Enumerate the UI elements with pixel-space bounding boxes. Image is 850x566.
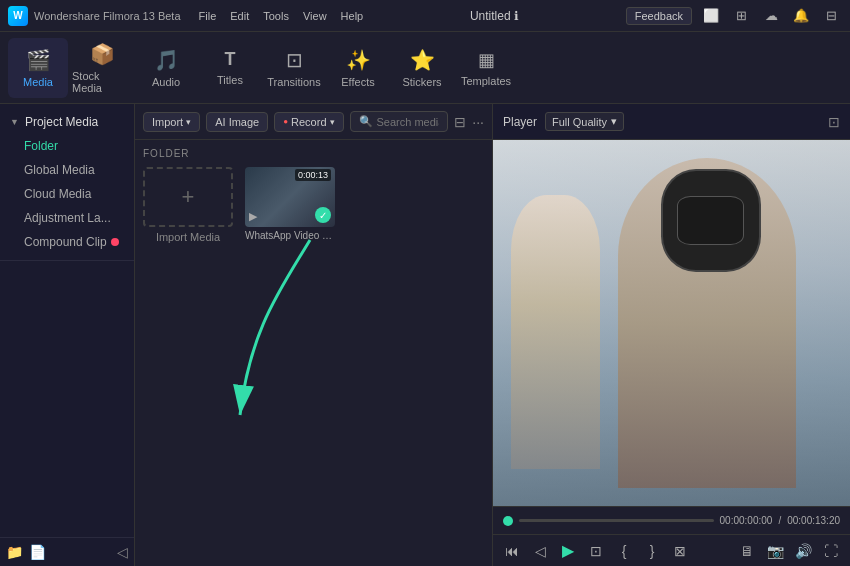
project-media-section: ▼ Project Media Folder Global Media Clou… — [0, 104, 134, 261]
toolbar-item-stickers[interactable]: ⭐ Stickers — [392, 38, 452, 98]
child-silhouette — [511, 195, 600, 470]
screenshot-icon[interactable]: 📷 — [764, 540, 786, 562]
video-check-icon: ✓ — [315, 207, 331, 223]
titles-label: Titles — [217, 74, 243, 86]
player-title: Player — [503, 115, 537, 129]
step-back-icon[interactable]: ◁ — [529, 540, 551, 562]
menu-help[interactable]: Help — [341, 10, 364, 22]
record-chevron-icon: ▾ — [330, 117, 335, 127]
menu-view[interactable]: View — [303, 10, 327, 22]
add-file-icon[interactable]: 📄 — [29, 544, 46, 560]
ai-image-button[interactable]: AI Image — [206, 112, 268, 132]
toolbar-item-stock[interactable]: 📦 Stock Media — [72, 38, 132, 98]
stock-label: Stock Media — [72, 70, 132, 94]
plus-icon: + — [182, 184, 195, 210]
toolbar-item-media[interactable]: 🎬 Media — [8, 38, 68, 98]
logo-icon: W — [8, 6, 28, 26]
toolbar-item-titles[interactable]: T Titles — [200, 38, 260, 98]
quality-selector[interactable]: Full Quality ▾ — [545, 112, 624, 131]
search-bar[interactable]: 🔍 — [350, 111, 449, 132]
titles-icon: T — [225, 49, 236, 70]
time-separator: / — [778, 515, 781, 526]
mark-in-icon[interactable]: { — [613, 540, 635, 562]
search-icon: 🔍 — [359, 115, 373, 128]
play-button[interactable]: ▶ — [557, 540, 579, 562]
layout-icon[interactable]: ⊟ — [820, 5, 842, 27]
project-media-header[interactable]: ▼ Project Media — [0, 110, 134, 134]
sidebar-item-global[interactable]: Global Media — [0, 158, 134, 182]
menu-file[interactable]: File — [199, 10, 217, 22]
player-header: Player Full Quality ▾ ⊡ — [493, 104, 850, 140]
toolbar-item-transitions[interactable]: ⊡ Transitions — [264, 38, 324, 98]
project-media-title: Project Media — [25, 115, 98, 129]
menu-tools[interactable]: Tools — [263, 10, 289, 22]
feedback-button[interactable]: Feedback — [626, 7, 692, 25]
filter-icon[interactable]: ⊟ — [454, 114, 466, 130]
stickers-icon: ⭐ — [410, 48, 435, 72]
menu-bar: File Edit Tools View Help — [199, 10, 364, 22]
import-media-item[interactable]: + Import Media — [143, 167, 233, 243]
sidebar: ▼ Project Media Folder Global Media Clou… — [0, 104, 135, 566]
add-folder-icon[interactable]: 📁 — [6, 544, 23, 560]
expand-arrow-icon: ▼ — [10, 117, 19, 127]
vr-headset — [661, 169, 761, 271]
toolbar-item-audio[interactable]: 🎵 Audio — [136, 38, 196, 98]
titlebar: W Wondershare Filmora 13 Beta File Edit … — [0, 0, 850, 32]
skip-start-icon[interactable]: ⏮ — [501, 540, 523, 562]
cloud-icon[interactable]: ☁ — [760, 5, 782, 27]
expand-player-icon[interactable]: ⊡ — [828, 114, 840, 130]
effects-label: Effects — [341, 76, 374, 88]
more-icon[interactable]: ··· — [472, 114, 484, 130]
monitor-icon[interactable]: 🖥 — [736, 540, 758, 562]
templates-label: Templates — [461, 75, 511, 87]
effects-icon: ✨ — [346, 48, 371, 72]
audio-icon: 🎵 — [154, 48, 179, 72]
total-time: 00:00:13:20 — [787, 515, 840, 526]
toolbar-item-templates[interactable]: ▦ Templates — [456, 38, 516, 98]
video-label: WhatsApp Video 2023-10-05-... — [245, 230, 335, 241]
clip-to-playhead-icon[interactable]: ⊠ — [669, 540, 691, 562]
media-icon: 🎬 — [26, 48, 51, 72]
sidebar-item-adjustment[interactable]: Adjustment La... — [0, 206, 134, 230]
volume-icon[interactable]: 🔊 — [792, 540, 814, 562]
sidebar-bottom: 📁 📄 ◁ — [0, 537, 134, 566]
media-panel: Import ▾ AI Image ● Record ▾ 🔍 ⊟ ··· FOL… — [135, 104, 493, 566]
record-button[interactable]: ● Record ▾ — [274, 112, 343, 132]
stickers-label: Stickers — [402, 76, 441, 88]
media-thumbnail-video[interactable]: 0:00:13 ✓ ▶ WhatsApp Video 2023-10-05-..… — [245, 167, 335, 243]
audio-label: Audio — [152, 76, 180, 88]
import-button[interactable]: Import ▾ — [143, 112, 200, 132]
import-box[interactable]: + — [143, 167, 233, 227]
grid-icon[interactable]: ⊞ — [730, 5, 752, 27]
stock-icon: 📦 — [90, 42, 115, 66]
window-title: Untitled ℹ — [371, 9, 617, 23]
frame-view-icon[interactable]: ⊡ — [585, 540, 607, 562]
templates-icon: ▦ — [478, 49, 495, 71]
scene-bg — [493, 140, 850, 506]
monitor-icon[interactable]: ⬜ — [700, 5, 722, 27]
timeline-scrubber[interactable] — [519, 519, 714, 522]
sidebar-item-folder[interactable]: Folder — [0, 134, 134, 158]
quality-chevron-icon: ▾ — [611, 115, 617, 128]
toolbar-item-effects[interactable]: ✨ Effects — [328, 38, 388, 98]
video-thumbnail: 0:00:13 ✓ ▶ — [245, 167, 335, 227]
collapse-icon[interactable]: ◁ — [117, 544, 128, 560]
app-logo: W Wondershare Filmora 13 Beta — [8, 6, 181, 26]
import-chevron-icon: ▾ — [186, 117, 191, 127]
player-controls: ⏮ ◁ ▶ ⊡ { } ⊠ 🖥 📷 🔊 ⛶ — [493, 534, 850, 566]
playhead-dot[interactable] — [503, 516, 513, 526]
player-panel: Player Full Quality ▾ ⊡ — [493, 104, 850, 566]
menu-edit[interactable]: Edit — [230, 10, 249, 22]
media-grid: + Import Media 0:00:13 ✓ ▶ WhatsApp Vide… — [143, 167, 484, 243]
video-duration: 0:00:13 — [295, 169, 331, 181]
compound-dot — [111, 238, 119, 246]
sidebar-item-cloud[interactable]: Cloud Media — [0, 182, 134, 206]
folder-label: FOLDER — [143, 148, 484, 159]
sidebar-item-compound[interactable]: Compound Clip — [0, 230, 134, 254]
mark-out-icon[interactable]: } — [641, 540, 663, 562]
bell-icon[interactable]: 🔔 — [790, 5, 812, 27]
app-name: Wondershare Filmora 13 Beta — [34, 10, 181, 22]
player-video — [493, 140, 850, 506]
search-input[interactable] — [377, 116, 440, 128]
fullscreen-icon[interactable]: ⛶ — [820, 540, 842, 562]
